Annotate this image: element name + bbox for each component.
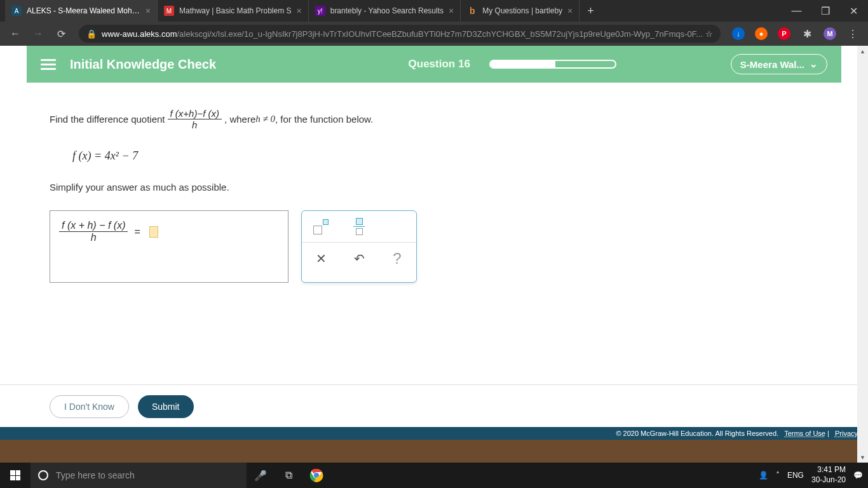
page-title: Initial Knowledge Check	[70, 57, 216, 72]
tab-bartleby[interactable]: b My Questions | bartleby ×	[461, 0, 580, 22]
footer-actions: I Don't Know Submit	[0, 384, 868, 428]
tab-bar: A ALEKS - S-Meera Waleed Moham × M Mathw…	[0, 0, 868, 22]
progress-bar	[489, 60, 616, 69]
star-icon[interactable]: ☆	[705, 29, 713, 39]
tab-title: Mathway | Basic Math Problem S	[179, 6, 292, 15]
extension-icon[interactable]: ↓	[729, 25, 747, 43]
mic-icon[interactable]: 🎤	[247, 463, 275, 488]
start-button[interactable]	[0, 463, 31, 488]
scrollbar[interactable]: ▲ ▼	[857, 46, 868, 463]
question-number: Question 16	[409, 58, 470, 71]
favicon-aleks: A	[11, 6, 22, 16]
undo-button[interactable]: ↶	[348, 247, 370, 270]
scroll-up-icon[interactable]: ▲	[857, 46, 868, 57]
scroll-down-icon[interactable]: ▼	[857, 452, 868, 463]
notifications-icon[interactable]: 💬	[853, 471, 863, 480]
menu-button[interactable]: ⋮	[844, 25, 862, 43]
forward-button[interactable]: →	[28, 24, 48, 44]
new-tab-button[interactable]: +	[580, 4, 602, 18]
minimize-button[interactable]: ―	[782, 0, 811, 22]
browser-chrome: A ALEKS - S-Meera Waleed Moham × M Mathw…	[0, 0, 868, 46]
tab-title: ALEKS - S-Meera Waleed Moham	[27, 6, 140, 15]
close-icon[interactable]: ×	[297, 6, 302, 16]
lock-icon: 🔒	[86, 29, 97, 39]
user-menu[interactable]: S-Meera Wal... ⌄	[731, 54, 827, 74]
task-view-icon[interactable]: ⧉	[275, 463, 302, 488]
system-tray: 👤 ˄ ENG 3:41 PM 30-Jun-20 💬	[759, 465, 868, 485]
problem-area: Find the difference quotient f (x+h)−f (…	[0, 83, 868, 295]
chrome-icon[interactable]	[302, 463, 330, 488]
copyright-bar: © 2020 McGraw-Hill Education. All Rights…	[0, 427, 868, 440]
aleks-header: Initial Knowledge Check Question 16 S-Me…	[27, 46, 841, 83]
math-tool-panel: ✕ ↶ ?	[301, 210, 417, 283]
extension-icon[interactable]: P	[775, 25, 793, 43]
maximize-button[interactable]: ❐	[811, 0, 839, 22]
close-icon[interactable]: ×	[146, 6, 151, 16]
close-window-button[interactable]: ✕	[839, 0, 868, 22]
dont-know-button[interactable]: I Don't Know	[50, 395, 129, 418]
answer-input[interactable]	[149, 226, 158, 238]
menu-icon[interactable]	[41, 57, 56, 72]
tab-yahoo[interactable]: y! brantebly - Yahoo Search Results ×	[309, 0, 461, 22]
chevron-down-icon: ⌄	[810, 58, 818, 70]
terms-link[interactable]: Terms of Use	[784, 430, 825, 437]
taskbar: Type here to search 🎤 ⧉ 👤 ˄ ENG 3:41 PM …	[0, 463, 868, 488]
extensions-button[interactable]: ✱	[798, 25, 816, 43]
search-icon	[38, 470, 48, 480]
tab-aleks[interactable]: A ALEKS - S-Meera Waleed Moham ×	[5, 0, 158, 22]
tab-title: My Questions | bartleby	[482, 6, 562, 15]
close-icon[interactable]: ×	[567, 6, 573, 16]
tray-chevron-icon[interactable]: ˄	[776, 471, 780, 480]
tab-mathway[interactable]: M Mathway | Basic Math Problem S ×	[158, 0, 309, 22]
profile-button[interactable]: M	[821, 25, 839, 43]
favicon-bartleby: b	[467, 6, 477, 16]
privacy-link[interactable]: Privacy	[835, 430, 858, 437]
decorative-stripe	[0, 440, 868, 463]
url-bar: ← → ⟳ 🔒 www-awu.aleks.com/alekscgi/x/Isl…	[0, 22, 868, 46]
function-definition: f (x) = 4x² − 7	[72, 149, 841, 163]
help-button[interactable]: ?	[386, 247, 409, 270]
fraction-tool[interactable]	[348, 215, 370, 238]
clock[interactable]: 3:41 PM 30-Jun-20	[811, 465, 846, 485]
people-icon[interactable]: 👤	[759, 471, 768, 480]
answer-box[interactable]: f (x + h) − f (x) h =	[50, 210, 288, 283]
reload-button[interactable]: ⟳	[51, 24, 71, 44]
taskbar-search[interactable]: Type here to search	[31, 463, 247, 488]
address-bar[interactable]: 🔒 www-awu.aleks.com/alekscgi/x/Isl.exe/1…	[79, 25, 721, 43]
exponent-tool[interactable]	[309, 215, 332, 238]
favicon-yahoo: y!	[315, 6, 325, 16]
tab-title: brantebly - Yahoo Search Results	[330, 6, 444, 15]
page-content: Initial Knowledge Check Question 16 S-Me…	[0, 46, 868, 463]
back-button[interactable]: ←	[5, 24, 25, 44]
problem-prompt: Find the difference quotient f (x+h)−f (…	[50, 108, 841, 130]
close-icon[interactable]: ×	[449, 6, 454, 16]
clear-button[interactable]: ✕	[309, 247, 332, 270]
favicon-mathway: M	[164, 6, 174, 16]
language-indicator[interactable]: ENG	[787, 471, 804, 480]
submit-button[interactable]: Submit	[138, 395, 194, 418]
extension-icon[interactable]: ●	[752, 25, 770, 43]
instruction-text: Simplify your answer as much as possible…	[50, 182, 841, 193]
